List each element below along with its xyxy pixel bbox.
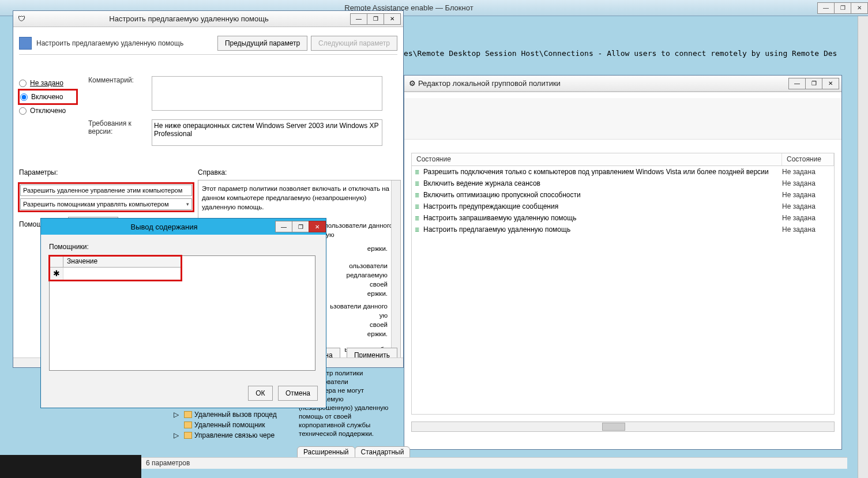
policy-row[interactable]: ≣Разрешить подключения только с компьюте… — [412, 166, 834, 178]
cancel-button[interactable]: Отмена — [278, 386, 318, 401]
radio-disabled-label: Отключено — [30, 107, 66, 115]
tree-node[interactable]: ▷Удаленный вызов процед — [170, 409, 291, 420]
tree-node-label: Удаленный вызов процед — [194, 411, 277, 419]
policy-row[interactable]: ≣Настроить запрашиваемую удаленную помощ… — [412, 212, 834, 224]
helpers-control-dropdown[interactable]: Разрешить помощникам управлять компьютер… — [20, 198, 192, 210]
close-button[interactable]: ✕ — [851, 2, 868, 14]
gpedit-window: ⚙ Редактор локальной групповой политики … — [404, 75, 842, 450]
policy-state: Не задана — [782, 225, 834, 234]
scrollbar-thumb[interactable] — [602, 423, 625, 431]
maximize-button[interactable]: ❐ — [367, 13, 384, 25]
minimize-button[interactable]: — — [817, 2, 835, 14]
policy-row[interactable]: ≣Настроить предупреждающие сообщенияНе з… — [412, 201, 834, 212]
tree-node[interactable]: Удаленный помощник — [170, 420, 291, 430]
radio-disabled[interactable]: Отключено — [19, 104, 77, 118]
column-state: Состояние — [782, 153, 834, 165]
radio-enabled-label: Включено — [31, 93, 63, 101]
policy-header: Настроить предлагаемую удаленную помощь … — [19, 32, 397, 55]
gpedit-toolbar — [404, 98, 841, 140]
policy-dialog-icon: 🛡 — [16, 14, 27, 24]
policy-state: Не задана — [782, 179, 834, 187]
ok-button[interactable]: ОК — [248, 386, 272, 401]
help-text-fragment: ержки. — [367, 244, 388, 253]
tree-fragment: ▷Удаленный вызов процед Удаленный помощн… — [170, 409, 291, 441]
comment-label: Комментарий: — [88, 76, 152, 84]
view-tabs: Расширенный Стандартный — [297, 446, 409, 458]
previous-setting-button[interactable]: Предыдущий параметр — [217, 36, 307, 51]
policy-state-radios: Не задано Включено Отключено — [19, 76, 77, 118]
radio-not-configured-input[interactable] — [19, 80, 27, 87]
parameters-label: Параметры: — [19, 168, 193, 176]
gpedit-hscrollbar[interactable] — [411, 421, 835, 432]
maximize-button[interactable]: ❐ — [805, 78, 822, 89]
grid-column-value: Значение — [63, 256, 181, 267]
policy-icon: ≣ — [412, 180, 422, 187]
requirements-label: Требования к версии: — [88, 119, 152, 136]
radio-not-configured[interactable]: Не задано — [19, 76, 77, 90]
radio-disabled-input[interactable] — [19, 107, 27, 115]
tree-node-label: Управление связью чере — [194, 431, 275, 439]
policy-state: Не задана — [782, 191, 834, 199]
radio-enabled-input[interactable] — [20, 93, 28, 101]
policy-icon: ≣ — [412, 215, 422, 221]
requirements-text: Не ниже операционных систем Windows Serv… — [152, 119, 382, 146]
policy-name: Настроить предлагаемую удаленную помощь — [422, 225, 782, 234]
minimize-button[interactable]: — — [788, 78, 806, 89]
next-setting-button[interactable]: Следующий параметр — [311, 36, 397, 51]
close-button[interactable]: ✕ — [309, 221, 326, 232]
help-label: Справка: — [198, 168, 401, 176]
folder-icon — [184, 411, 192, 418]
close-button[interactable]: ✕ — [384, 13, 401, 25]
maximize-button[interactable]: ❐ — [834, 2, 851, 14]
maximize-button[interactable]: ❐ — [292, 221, 309, 232]
policy-state: Не задана — [782, 168, 834, 176]
close-button[interactable]: ✕ — [822, 78, 839, 89]
grid-cell-value[interactable] — [63, 268, 181, 280]
statusbar-text: 6 параметров — [146, 459, 190, 467]
dropdown-value: Разрешить помощникам управлять компьютер… — [23, 201, 168, 208]
policy-row[interactable]: ≣Включить оптимизацию пропускной способн… — [412, 189, 834, 201]
minimize-button[interactable]: — — [275, 221, 292, 232]
remote-control-dropdown[interactable]: Разрешить удаленное управление этим комп… — [20, 185, 192, 196]
radio-not-configured-label: Не задано — [30, 79, 63, 87]
policy-state: Не задана — [782, 214, 834, 222]
show-contents-title: Вывод содержания — [52, 223, 276, 231]
gpedit-list-header: Состояние Состояние — [412, 153, 834, 166]
grid-rowhead — [50, 256, 63, 267]
help-text-fragment: ользователи редлагаемую своей ержки. — [347, 261, 388, 298]
tab-standard[interactable]: Стандартный — [355, 446, 411, 458]
help-text-fragment: ьзователи данного ую своей ержки. — [330, 302, 388, 338]
policy-header-icon — [19, 37, 32, 50]
policy-name: Настроить предупреждающие сообщения — [422, 202, 782, 210]
tree-node[interactable]: ▷Управление связью чере — [170, 430, 291, 441]
comment-textarea[interactable] — [152, 76, 382, 111]
gpedit-list[interactable]: Состояние Состояние ≣Разрешить подключен… — [411, 153, 835, 415]
helpers-grid[interactable]: Значение ✱ — [49, 255, 315, 371]
policy-row[interactable]: ≣Включить ведение журнала сеансовНе зада… — [412, 178, 834, 189]
policy-dialog-title: Настроить предлагаемую удаленную помощь — [27, 14, 351, 23]
gpedit-title: Редактор локальной групповой политики — [418, 79, 789, 88]
gpedit-icon: ⚙ — [407, 79, 418, 88]
folder-icon — [184, 432, 192, 439]
grid-row-new[interactable]: ✱ — [50, 268, 181, 280]
policy-icon: ≣ — [412, 192, 422, 198]
statusbar: 6 параметров — [141, 457, 847, 469]
policy-icon: ≣ — [412, 169, 422, 175]
tree-node-label: Удаленный помощник — [194, 421, 265, 429]
radio-enabled[interactable]: Включено — [19, 90, 77, 104]
policy-name: Включить ведение журнала сеансов — [422, 179, 782, 187]
minimize-button[interactable]: — — [350, 13, 367, 25]
policy-name: Включить оптимизацию пропускной способно… — [422, 191, 782, 199]
policy-row[interactable]: ≣Настроить предлагаемую удаленную помощь… — [412, 224, 834, 235]
help-vscrollbar[interactable] — [391, 180, 400, 358]
notepad-line: es\Remote Desktop Session Host\Connectio… — [404, 48, 868, 59]
policy-titlebar: 🛡 Настроить предлагаемую удаленную помощ… — [13, 11, 403, 27]
gpedit-titlebar: ⚙ Редактор локальной групповой политики … — [404, 76, 841, 92]
show-contents-titlebar: Вывод содержания — ❐ ✕ — [41, 219, 326, 235]
grid-newrow-indicator: ✱ — [50, 268, 63, 280]
chevron-down-icon: ▾ — [186, 201, 189, 207]
show-contents-dialog: Вывод содержания — ❐ ✕ Помощники: Значен… — [40, 218, 326, 408]
policy-name: Настроить запрашиваемую удаленную помощь — [422, 214, 782, 222]
dropdown-value: Разрешить удаленное управление этим комп… — [23, 187, 182, 194]
tab-extended[interactable]: Расширенный — [297, 446, 355, 458]
